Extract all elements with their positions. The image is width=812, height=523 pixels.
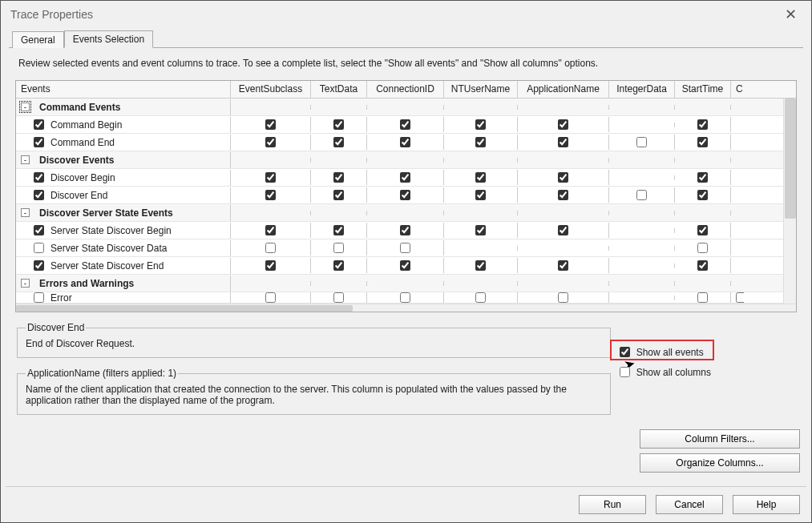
cell-checkbox[interactable]	[518, 187, 609, 203]
tab-general[interactable]: General	[12, 31, 64, 48]
col-header-last[interactable]: C	[731, 81, 744, 98]
group-row[interactable]: -Discover Events	[16, 151, 796, 169]
cell-checkbox[interactable]	[609, 187, 675, 203]
event-row-checkbox[interactable]	[34, 190, 44, 200]
cancel-button[interactable]: Cancel	[656, 495, 723, 514]
cell-checkbox[interactable]	[231, 135, 311, 150]
cell-checkbox[interactable]	[518, 170, 609, 185]
cell-checkbox[interactable]	[367, 117, 444, 132]
cell-checkbox[interactable]	[675, 258, 731, 273]
cell-checkbox[interactable]	[231, 170, 311, 185]
cell-checkbox[interactable]	[518, 135, 609, 150]
cell-checkbox[interactable]	[675, 292, 731, 304]
cell-checkbox[interactable]	[311, 240, 367, 255]
cell-checkbox[interactable]	[675, 170, 731, 185]
cell-checkbox[interactable]	[311, 223, 367, 238]
cell-checkbox[interactable]	[675, 117, 731, 132]
horizontal-scrollbar[interactable]	[16, 304, 796, 312]
cell-checkbox[interactable]	[367, 292, 444, 304]
event-row-checkbox[interactable]	[34, 243, 44, 253]
cell-checkbox[interactable]	[367, 170, 444, 185]
event-row[interactable]: Command Begin	[16, 116, 796, 134]
cell-checkbox[interactable]	[444, 170, 518, 185]
cell-checkbox[interactable]	[518, 292, 609, 304]
cell-checkbox[interactable]	[231, 292, 311, 304]
event-row-checkbox[interactable]	[34, 119, 44, 130]
col-header-starttime[interactable]: StartTime	[675, 81, 731, 98]
cell-checkbox[interactable]	[675, 135, 731, 150]
cell-checkbox[interactable]	[444, 223, 518, 238]
horizontal-scrollbar-thumb[interactable]	[16, 305, 353, 312]
tree-toggle-icon[interactable]: -	[21, 155, 30, 164]
cell-checkbox[interactable]	[675, 240, 731, 255]
events-selection-panel: Review selected events and event columns…	[9, 47, 803, 478]
cell-checkbox[interactable]	[367, 135, 444, 150]
window-title: Trace Properties	[10, 8, 93, 21]
event-row[interactable]: Discover End	[16, 187, 796, 204]
cell-checkbox[interactable]	[444, 135, 518, 150]
cell-checkbox[interactable]	[231, 240, 311, 255]
vertical-scrollbar[interactable]	[783, 99, 796, 304]
show-all-columns-option[interactable]: Show all columns	[616, 364, 711, 380]
cell-checkbox[interactable]	[311, 187, 367, 203]
column-filters-button[interactable]: Column Filters...	[640, 429, 800, 449]
tab-events-selection[interactable]: Events Selection	[64, 30, 153, 48]
col-header-integerdata[interactable]: IntegerData	[609, 81, 675, 98]
tree-toggle-icon[interactable]: -	[21, 208, 30, 217]
cell-checkbox[interactable]	[444, 258, 518, 273]
col-header-events[interactable]: Events	[16, 81, 231, 98]
event-row[interactable]: Command End	[16, 134, 796, 151]
cell-checkbox[interactable]	[444, 292, 518, 304]
col-header-ntusername[interactable]: NTUserName	[444, 81, 518, 98]
show-all-events-checkbox[interactable]	[620, 347, 630, 357]
close-icon[interactable]: ✕	[777, 4, 805, 25]
cell-checkbox[interactable]	[731, 292, 744, 304]
tree-toggle-icon[interactable]: -	[21, 103, 30, 111]
show-all-columns-checkbox[interactable]	[620, 367, 630, 377]
group-row[interactable]: -Command Events	[16, 99, 796, 116]
cell-checkbox[interactable]	[367, 223, 444, 238]
col-header-textdata[interactable]: TextData	[311, 81, 367, 98]
group-row[interactable]: -Discover Server State Events	[16, 204, 796, 222]
cell-checkbox[interactable]	[311, 117, 367, 132]
tree-toggle-icon[interactable]: -	[21, 279, 30, 288]
cell-checkbox[interactable]	[675, 223, 731, 238]
event-row[interactable]: Server State Discover Data	[16, 239, 796, 257]
cell-checkbox[interactable]	[231, 117, 311, 132]
event-row-checkbox[interactable]	[34, 292, 44, 303]
organize-columns-button[interactable]: Organize Columns...	[640, 453, 800, 473]
cell-checkbox[interactable]	[609, 135, 675, 150]
event-row[interactable]: Server State Discover Begin	[16, 222, 796, 239]
cell-checkbox[interactable]	[675, 187, 731, 203]
cell-checkbox[interactable]	[444, 187, 518, 203]
event-row-checkbox[interactable]	[34, 172, 44, 183]
col-header-eventsubclass[interactable]: EventSubclass	[231, 81, 311, 98]
cell-checkbox[interactable]	[311, 170, 367, 185]
cell-checkbox[interactable]	[367, 187, 444, 203]
cell-checkbox[interactable]	[231, 187, 311, 203]
event-row-checkbox[interactable]	[34, 137, 44, 147]
event-row[interactable]: Server State Discover End	[16, 257, 796, 275]
cell-checkbox[interactable]	[311, 135, 367, 150]
col-header-applicationname[interactable]: ApplicationName	[518, 81, 609, 98]
event-row[interactable]: Error	[16, 292, 796, 304]
cell-checkbox[interactable]	[231, 258, 311, 273]
cell-checkbox[interactable]	[311, 292, 367, 304]
event-row[interactable]: Discover Begin	[16, 169, 796, 187]
cell-checkbox[interactable]	[444, 117, 518, 132]
cell-checkbox[interactable]	[231, 223, 311, 238]
vertical-scrollbar-thumb[interactable]	[785, 99, 796, 219]
cell-checkbox[interactable]	[311, 258, 367, 273]
group-row[interactable]: -Errors and Warnings	[16, 275, 796, 292]
cell-checkbox[interactable]	[518, 258, 609, 273]
event-row-checkbox[interactable]	[34, 225, 44, 235]
cell-checkbox[interactable]	[518, 117, 609, 132]
help-button[interactable]: Help	[733, 495, 800, 514]
cell-checkbox[interactable]	[518, 223, 609, 238]
col-header-connectionid[interactable]: ConnectionID	[367, 81, 444, 98]
run-button[interactable]: Run	[579, 495, 646, 514]
event-row-checkbox[interactable]	[34, 260, 44, 271]
cell-checkbox[interactable]	[367, 258, 444, 273]
cell-checkbox[interactable]	[367, 240, 444, 255]
show-all-events-option[interactable]: Show all events ➤	[616, 344, 711, 360]
